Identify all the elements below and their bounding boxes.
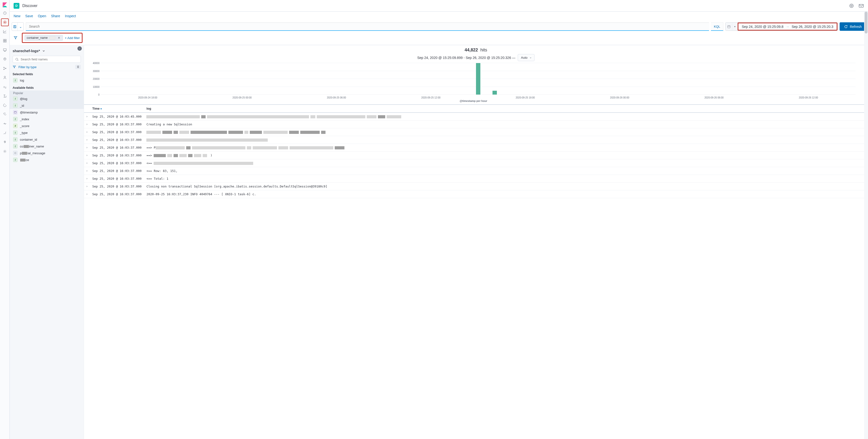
field-timestamp[interactable]: @timestamp	[10, 109, 84, 116]
nav-siem-icon[interactable]	[1, 120, 9, 128]
field-search-input[interactable]	[21, 58, 78, 61]
search-input[interactable]	[26, 23, 709, 30]
date-quick-dropdown[interactable]: ▾	[732, 23, 738, 31]
nav-ml-icon[interactable]	[1, 65, 9, 72]
filter-options-icon[interactable]	[12, 34, 20, 41]
field-containerid[interactable]: tcontainer_id	[10, 136, 84, 143]
table-row[interactable]: ›Sep 25, 2020 @ 16:03:37.000<==	[84, 159, 868, 167]
filter-value-redacted	[50, 36, 55, 39]
table-row[interactable]: ›Sep 25, 2020 @ 16:03:37.000==> P	[84, 144, 868, 151]
expand-row-icon[interactable]: ›	[84, 159, 90, 167]
filter-by-type[interactable]: Filter by type 0	[12, 65, 81, 69]
histogram-bar[interactable]	[493, 91, 497, 95]
cell-time: Sep 25, 2020 @ 16:03:37.000	[90, 167, 144, 175]
top-bar: D Discover	[10, 0, 868, 12]
index-pattern-picker[interactable]: sharechef-logs*	[10, 47, 84, 55]
field-id[interactable]: t_id	[10, 102, 84, 109]
table-row[interactable]: ›Sep 25, 2020 @ 16:03:37.000Creating a n…	[84, 121, 868, 128]
expand-row-icon[interactable]: ›	[84, 136, 90, 144]
field-index[interactable]: t_index	[10, 116, 84, 123]
col-log[interactable]: log	[144, 105, 868, 112]
field-search[interactable]	[12, 56, 81, 63]
field-log[interactable]: tlog	[10, 77, 84, 84]
collapse-panel-icon[interactable]: ‹	[78, 46, 82, 51]
chevron-down-icon[interactable]: ⌄	[18, 23, 24, 31]
nav-recent-icon[interactable]	[1, 9, 9, 17]
vertical-scrollbar[interactable]	[864, 12, 868, 439]
field-type-icon: t	[13, 137, 18, 142]
col-time[interactable]: Time ▾	[90, 105, 144, 112]
field-type-icon: t	[13, 131, 18, 135]
table-row[interactable]: ›Sep 25, 2020 @ 16:03:37.000	[84, 136, 868, 144]
svg-rect-4	[3, 41, 5, 42]
cell-log: ==> P	[144, 144, 868, 151]
expand-row-icon[interactable]: ›	[84, 167, 90, 175]
kql-toggle[interactable]: KQL	[711, 22, 723, 31]
histogram-bar[interactable]	[476, 63, 480, 95]
nav-logs-icon[interactable]	[1, 92, 9, 100]
newsfeed-icon[interactable]	[848, 3, 855, 9]
disk-icon[interactable]	[12, 23, 18, 31]
documents-table: Time ▾ log ›Sep 25, 2020 @ 16:03:45.000›…	[84, 104, 868, 198]
field-containername[interactable]: tcoiner_name	[10, 143, 84, 150]
menu-new[interactable]: New	[12, 13, 22, 19]
date-range-picker[interactable]: Sep 24, 2020 @ 15:25:09.8 → Sep 26, 2020…	[738, 23, 837, 31]
expand-row-icon[interactable]: ›	[84, 128, 90, 136]
field-log[interactable]: t@log	[10, 95, 84, 102]
table-row[interactable]: ›Sep 25, 2020 @ 16:03:45.000	[84, 112, 868, 121]
cell-log: <== Total: 1	[144, 175, 868, 182]
add-filter-button[interactable]: + Add filter	[65, 36, 80, 40]
field-type[interactable]: t_type	[10, 129, 84, 136]
calendar-icon[interactable]	[725, 23, 732, 31]
histogram-chart[interactable]: Count 0100002000030000400002020-09-24 18…	[84, 63, 868, 104]
cell-time: Sep 25, 2020 @ 16:03:37.000	[90, 136, 144, 144]
nav-metrics-icon[interactable]	[1, 83, 9, 91]
app-badge: D	[13, 3, 20, 9]
nav-devtools-icon[interactable]	[1, 129, 9, 137]
cell-time: Sep 25, 2020 @ 16:03:37.000	[90, 128, 144, 136]
table-row[interactable]: ›Sep 25, 2020 @ 16:03:37.0002020-09-25 1…	[84, 191, 868, 198]
expand-row-icon[interactable]: ›	[84, 112, 90, 121]
cell-time: Sep 25, 2020 @ 16:03:37.000	[90, 144, 144, 151]
nav-monitoring-icon[interactable]	[1, 138, 9, 146]
saved-query-dropdown[interactable]: ⌄	[12, 22, 24, 31]
kibana-logo[interactable]	[2, 2, 8, 8]
menu-open[interactable]: Open	[36, 13, 48, 19]
svg-point-14	[851, 5, 852, 6]
expand-row-icon[interactable]: ›	[84, 182, 90, 191]
field-partialmessage[interactable]: pial_message	[10, 150, 84, 157]
nav-maps-icon[interactable]	[1, 55, 9, 63]
table-row[interactable]: ›Sep 25, 2020 @ 16:03:37.000Closing non …	[84, 182, 868, 191]
cell-time: Sep 25, 2020 @ 16:03:37.000	[90, 191, 144, 198]
nav-canvas-icon[interactable]	[1, 46, 9, 54]
table-row[interactable]: ›Sep 25, 2020 @ 16:03:37.000==> )	[84, 151, 868, 159]
menu-share[interactable]: Share	[49, 13, 62, 19]
menu-save[interactable]: Save	[23, 13, 35, 19]
refresh-button[interactable]: Refresh	[840, 22, 866, 31]
table-row[interactable]: ›Sep 25, 2020 @ 16:03:37.000<== Total: 1	[84, 175, 868, 182]
nav-user-icon[interactable]	[1, 74, 9, 81]
menu-inspect[interactable]: Inspect	[63, 13, 78, 19]
expand-row-icon[interactable]: ›	[84, 151, 90, 159]
filter-tag[interactable]: container_name ✕	[25, 35, 63, 41]
nav-dashboard-icon[interactable]	[1, 37, 9, 45]
field-score[interactable]: #_score	[10, 123, 84, 129]
expand-row-icon[interactable]: ›	[84, 175, 90, 182]
table-row[interactable]: ›Sep 25, 2020 @ 16:03:37.000	[84, 128, 868, 136]
mail-icon[interactable]	[858, 3, 864, 9]
nav-apm-icon[interactable]	[1, 101, 9, 109]
nav-management-icon[interactable]	[1, 147, 9, 155]
cell-time: Sep 25, 2020 @ 16:03:37.000	[90, 182, 144, 191]
nav-visualize-icon[interactable]	[1, 28, 9, 35]
interval-select[interactable]: Auto	[518, 54, 534, 61]
expand-row-icon[interactable]: ›	[84, 191, 90, 198]
cell-time: Sep 25, 2020 @ 16:03:45.000	[90, 112, 144, 121]
field-source[interactable]: tce	[10, 157, 84, 163]
close-icon[interactable]: ✕	[57, 36, 61, 39]
expand-row-icon[interactable]: ›	[84, 144, 90, 151]
table-row[interactable]: ›Sep 25, 2020 @ 16:03:37.000<== Row: 83,…	[84, 167, 868, 175]
expand-row-icon[interactable]: ›	[84, 121, 90, 128]
nav-uptime-icon[interactable]	[1, 111, 9, 119]
nav-discover-icon[interactable]	[1, 19, 9, 26]
field-type-icon: t	[13, 158, 18, 162]
